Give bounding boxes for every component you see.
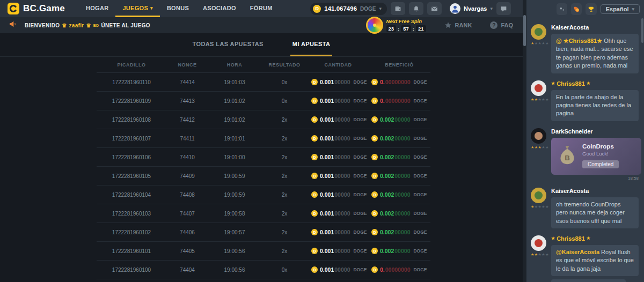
welcome-bar-right: Next Free Spin 23 : 57 : 21 RANK	[366, 17, 517, 34]
avatar[interactable]	[531, 24, 546, 40]
bet-nonce: 74405	[166, 248, 208, 254]
doge-coin-icon: D	[311, 210, 318, 217]
mention[interactable]: @KaiserAcosta	[556, 249, 601, 255]
avatar[interactable]	[531, 235, 546, 251]
menu-item-bonus[interactable]: BONUS	[160, 0, 196, 17]
avatar[interactable]	[531, 188, 546, 203]
chat-toggle-button[interactable]	[496, 2, 511, 15]
table-row[interactable]: 1722281960105 74409 19:00:59 2x D 0.0010…	[97, 167, 430, 185]
balance-selector[interactable]: D 141.067496 DOGE ▾	[310, 3, 387, 15]
username: Nvargas	[464, 5, 487, 12]
tab-mi-apuesta[interactable]: MI APUESTA	[290, 33, 333, 56]
user-menu[interactable]: Nvargas ▾	[450, 3, 493, 14]
chevron-down-icon: ▾	[490, 6, 493, 11]
bet-time: 19:01:00	[208, 154, 261, 160]
chat-username[interactable]: DarkSchneider	[551, 128, 639, 135]
money-bag-icon: B	[557, 145, 578, 168]
doge-coin-icon: D	[311, 116, 318, 123]
column-header: BENEFICIÓ	[368, 62, 430, 68]
user-star-rating: ★★★★★	[531, 41, 549, 46]
table-row[interactable]: 1722281960110 74414 19:01:03 0x D 0.0010…	[97, 73, 430, 92]
bet-nonce: 74413	[166, 98, 208, 104]
bet-hash: 1722281960108	[97, 117, 166, 123]
main-scrollbar[interactable]	[523, 0, 526, 282]
table-row[interactable]: 1722281960106 74410 19:01:00 2x D 0.0010…	[97, 148, 430, 167]
avatar[interactable]	[531, 80, 546, 96]
country-badge: BD	[93, 24, 99, 27]
chat-bubble-icon	[500, 5, 507, 12]
menu-item-juegos[interactable]: JUEGOS▾	[115, 0, 159, 17]
chat-panel: Español ▾ ★★★★★ KaiserAcosta @ ★Chriss88…	[526, 0, 644, 282]
column-header: PICADILLO	[97, 62, 166, 68]
bet-hash: 1722281960107	[97, 136, 166, 142]
menu-item-fórum[interactable]: FÓRUM	[243, 0, 280, 17]
bet-amount: D 0.00100000 DOGE	[308, 79, 368, 85]
bet-profit: D 0.00200000 DOGE	[368, 116, 430, 123]
menu-item-hogar[interactable]: HOGAR	[79, 0, 115, 17]
doge-coin-icon: D	[371, 210, 378, 217]
bets-tabs: TODAS LAS APUESTASMI APUESTA	[0, 33, 523, 57]
main-content: TODAS LAS APUESTASMI APUESTA PICADILLONO…	[0, 33, 523, 282]
faq-link[interactable]: ? FAQ	[490, 21, 513, 29]
table-row[interactable]: 1722281960108 74412 19:01:02 2x D 0.0010…	[97, 110, 430, 129]
language-selector[interactable]: Español ▾	[601, 4, 640, 14]
mention[interactable]: @ ★Chriss881★	[556, 38, 604, 44]
bets-table: PICADILLONONCEHORARESULTADOCANTIDADBENEF…	[97, 57, 430, 279]
table-row[interactable]: 1722281960107 74411 19:01:01 2x D 0.0010…	[97, 129, 430, 148]
contest-button[interactable]	[586, 3, 596, 15]
chat-username[interactable]: ★Chriss881★	[551, 235, 639, 242]
table-row[interactable]: 1722281960103 74407 19:00:58 2x D 0.0010…	[97, 204, 430, 223]
logo[interactable]: BC.Game	[8, 0, 65, 17]
user-star-rating: ★★★★★	[531, 253, 549, 257]
question-icon: ?	[490, 21, 497, 29]
coindrops-completed-badge[interactable]: Completed	[582, 160, 619, 168]
doge-coin-icon: D	[311, 98, 318, 104]
doge-coin-icon: D	[371, 98, 378, 104]
message-text: oh tremendo CounDrops pero nunca me deja…	[556, 201, 625, 224]
doge-coin-icon: D	[371, 229, 378, 235]
bet-amount: D 0.00100000 DOGE	[308, 98, 368, 104]
bet-hash: 1722281960105	[97, 173, 166, 179]
bet-result: 2x	[261, 248, 308, 254]
bet-result: 2x	[261, 173, 308, 179]
chevron-down-icon: ▾	[150, 5, 153, 11]
table-row[interactable]: 1722281960109 74413 19:01:02 0x D 0.0010…	[97, 92, 430, 110]
coindrops-button[interactable]	[557, 3, 567, 15]
avatar[interactable]	[531, 128, 546, 144]
tab-todas-las-apuestas[interactable]: TODAS LAS APUESTAS	[191, 33, 266, 56]
main-scrollbar-thumb[interactable]	[523, 15, 526, 46]
doge-coin-icon: D	[311, 135, 318, 142]
rank-link[interactable]: RANK	[444, 21, 472, 29]
welcome-bar: BIENVENIDO ♛ zaafir ♛ BD ÚNETE AL JUEGO …	[0, 17, 523, 33]
chat-username[interactable]: ★Chriss881★	[551, 80, 639, 87]
messages-button[interactable]	[427, 2, 442, 15]
free-spin-label: Next Free Spin	[386, 18, 426, 24]
app-root: BC.Game HOGARJUEGOS▾BONUSASOCIADOFÓRUM D…	[0, 0, 644, 282]
doge-coin-icon: D	[311, 154, 318, 160]
chat-message: ★★★★★ ★Chriss881★ @KaiserAcosta Royal fl…	[531, 235, 639, 282]
coindrops-card[interactable]: BCoinDropsGood Luck!Completed	[551, 138, 641, 175]
table-row[interactable]: 1722281960100 74404 19:00:56 0x D 0.0010…	[97, 261, 430, 279]
chat-username[interactable]: KaiserAcosta	[551, 24, 639, 31]
table-row[interactable]: 1722281960102 74406 19:00:57 2x D 0.0010…	[97, 223, 430, 242]
table-header: PICADILLONONCEHORARESULTADOCANTIDADBENEF…	[97, 57, 430, 73]
navbar-right: D 141.067496 DOGE ▾ Nvargas ▾	[310, 0, 523, 17]
welcome-suffix: ÚNETE AL JUEGO	[101, 23, 150, 28]
bet-hash: 1722281960106	[97, 154, 166, 160]
svg-text:B: B	[565, 154, 570, 162]
free-spin-widget[interactable]: Next Free Spin 23 : 57 : 21	[366, 17, 426, 34]
chat-username[interactable]: KaiserAcosta	[551, 188, 639, 194]
table-row[interactable]: 1722281960101 74405 19:00:56 2x D 0.0010…	[97, 242, 430, 261]
chat-scrollbar-thumb[interactable]	[641, 18, 643, 43]
promotions-button[interactable]	[571, 3, 582, 15]
table-row[interactable]: 1722281960104 74408 19:00:59 2x D 0.0010…	[97, 185, 430, 204]
doge-coin-icon: D	[311, 248, 318, 254]
welcome-message[interactable]: BIENVENIDO ♛ zaafir ♛ BD ÚNETE AL JUEGO	[25, 23, 150, 28]
wallet-button[interactable]	[391, 2, 405, 15]
chat-message: ★★★★★ KaiserAcosta @ ★Chriss881★ Ohh que…	[531, 24, 639, 73]
chat-message: ★★★★★ ★Chriss881★ En la parte de abajo d…	[531, 80, 639, 121]
user-star-rating: ★★★★★	[531, 145, 549, 150]
notifications-button[interactable]	[409, 2, 423, 15]
menu-item-asociado[interactable]: ASOCIADO	[196, 0, 243, 17]
chevron-down-icon: ▾	[379, 6, 382, 11]
